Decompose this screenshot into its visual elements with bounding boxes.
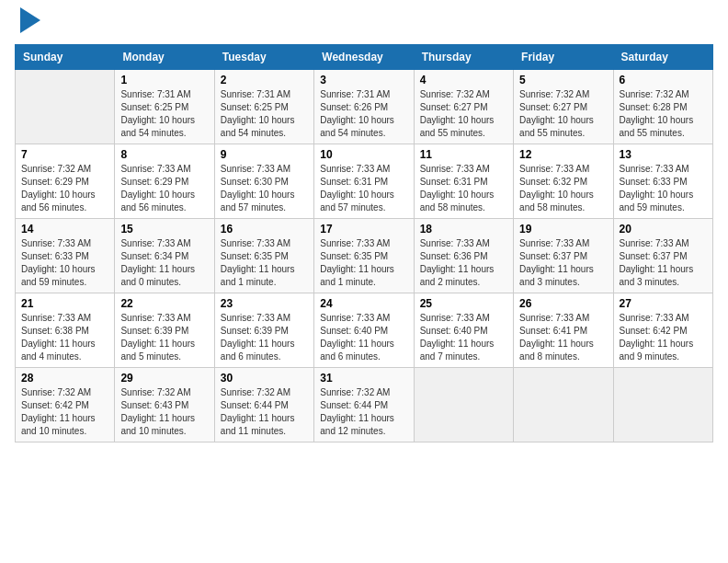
day-number: 30	[221, 372, 308, 385]
day-of-week-header: Sunday	[16, 45, 115, 70]
day-info: Sunrise: 7:33 AMSunset: 6:35 PMDaylight:…	[320, 237, 407, 289]
calendar-day-cell: 30Sunrise: 7:32 AMSunset: 6:44 PMDayligh…	[214, 368, 313, 442]
day-info: Sunrise: 7:33 AMSunset: 6:41 PMDaylight:…	[519, 312, 607, 363]
day-of-week-header: Tuesday	[214, 45, 313, 70]
day-info: Sunrise: 7:33 AMSunset: 6:42 PMDaylight:…	[620, 312, 707, 363]
calendar-day-cell: 26Sunrise: 7:33 AMSunset: 6:41 PMDayligh…	[514, 293, 613, 368]
day-info: Sunrise: 7:31 AMSunset: 6:25 PMDaylight:…	[120, 88, 208, 140]
calendar-day-cell: 27Sunrise: 7:33 AMSunset: 6:42 PMDayligh…	[613, 293, 712, 368]
day-info: Sunrise: 7:32 AMSunset: 6:29 PMDaylight:…	[21, 163, 108, 214]
day-info: Sunrise: 7:33 AMSunset: 6:33 PMDaylight:…	[620, 163, 707, 214]
day-info: Sunrise: 7:33 AMSunset: 6:35 PMDaylight:…	[221, 237, 308, 289]
calendar-day-cell: 8Sunrise: 7:33 AMSunset: 6:29 PMDaylight…	[115, 144, 214, 219]
calendar-day-cell: 18Sunrise: 7:33 AMSunset: 6:36 PMDayligh…	[414, 219, 513, 293]
day-info: Sunrise: 7:32 AMSunset: 6:28 PMDaylight:…	[620, 88, 707, 140]
day-info: Sunrise: 7:33 AMSunset: 6:40 PMDaylight:…	[320, 312, 407, 363]
day-info: Sunrise: 7:33 AMSunset: 6:37 PMDaylight:…	[519, 237, 607, 289]
day-info: Sunrise: 7:32 AMSunset: 6:44 PMDaylight:…	[221, 386, 308, 438]
day-number: 31	[320, 372, 407, 385]
day-number: 20	[620, 223, 707, 236]
day-number: 7	[21, 148, 108, 161]
day-number: 5	[519, 74, 607, 86]
day-number: 16	[221, 223, 308, 236]
calendar-day-cell: 28Sunrise: 7:32 AMSunset: 6:42 PMDayligh…	[16, 368, 115, 442]
day-number: 28	[21, 372, 108, 385]
calendar-week-row: 1Sunrise: 7:31 AMSunset: 6:25 PMDaylight…	[16, 70, 713, 144]
calendar-day-cell: 3Sunrise: 7:31 AMSunset: 6:26 PMDaylight…	[314, 70, 414, 144]
day-number: 15	[120, 223, 208, 236]
calendar-day-cell: 16Sunrise: 7:33 AMSunset: 6:35 PMDayligh…	[214, 219, 313, 293]
day-number: 12	[519, 148, 607, 161]
day-number: 11	[420, 148, 507, 161]
calendar-day-cell: 5Sunrise: 7:32 AMSunset: 6:27 PMDaylight…	[514, 70, 613, 144]
day-info: Sunrise: 7:33 AMSunset: 6:36 PMDaylight:…	[420, 237, 507, 289]
day-number: 22	[120, 297, 208, 310]
calendar-week-row: 14Sunrise: 7:33 AMSunset: 6:33 PMDayligh…	[16, 219, 713, 293]
calendar-day-cell: 22Sunrise: 7:33 AMSunset: 6:39 PMDayligh…	[115, 293, 214, 368]
calendar-day-cell: 6Sunrise: 7:32 AMSunset: 6:28 PMDaylight…	[613, 70, 712, 144]
day-of-week-header: Wednesday	[314, 45, 414, 70]
calendar-day-cell: 29Sunrise: 7:32 AMSunset: 6:43 PMDayligh…	[115, 368, 214, 442]
day-info: Sunrise: 7:33 AMSunset: 6:39 PMDaylight:…	[221, 312, 308, 363]
day-number: 10	[320, 148, 407, 161]
day-info: Sunrise: 7:32 AMSunset: 6:44 PMDaylight:…	[320, 386, 407, 438]
calendar-day-cell	[613, 368, 712, 442]
calendar-day-cell: 21Sunrise: 7:33 AMSunset: 6:38 PMDayligh…	[16, 293, 115, 368]
day-info: Sunrise: 7:33 AMSunset: 6:38 PMDaylight:…	[21, 312, 108, 363]
day-info: Sunrise: 7:33 AMSunset: 6:30 PMDaylight:…	[221, 163, 308, 214]
calendar-day-cell: 2Sunrise: 7:31 AMSunset: 6:25 PMDaylight…	[214, 70, 313, 144]
calendar-day-cell: 9Sunrise: 7:33 AMSunset: 6:30 PMDaylight…	[214, 144, 313, 219]
calendar-day-cell: 13Sunrise: 7:33 AMSunset: 6:33 PMDayligh…	[613, 144, 712, 219]
calendar-day-cell: 19Sunrise: 7:33 AMSunset: 6:37 PMDayligh…	[514, 219, 613, 293]
day-number: 25	[420, 297, 507, 310]
calendar-day-cell: 23Sunrise: 7:33 AMSunset: 6:39 PMDayligh…	[214, 293, 313, 368]
day-number: 29	[120, 372, 208, 385]
day-number: 8	[120, 148, 208, 161]
calendar-week-row: 21Sunrise: 7:33 AMSunset: 6:38 PMDayligh…	[16, 293, 713, 368]
day-number: 6	[620, 74, 707, 86]
calendar-day-cell: 4Sunrise: 7:32 AMSunset: 6:27 PMDaylight…	[414, 70, 513, 144]
logo	[15, 15, 40, 33]
day-number: 9	[221, 148, 308, 161]
day-number: 17	[320, 223, 407, 236]
calendar-day-cell: 15Sunrise: 7:33 AMSunset: 6:34 PMDayligh…	[115, 219, 214, 293]
day-info: Sunrise: 7:33 AMSunset: 6:37 PMDaylight:…	[620, 237, 707, 289]
day-info: Sunrise: 7:31 AMSunset: 6:25 PMDaylight:…	[221, 88, 308, 140]
day-info: Sunrise: 7:33 AMSunset: 6:32 PMDaylight:…	[519, 163, 607, 214]
day-info: Sunrise: 7:32 AMSunset: 6:43 PMDaylight:…	[120, 386, 208, 438]
day-number: 18	[420, 223, 507, 236]
calendar-day-cell: 24Sunrise: 7:33 AMSunset: 6:40 PMDayligh…	[314, 293, 414, 368]
calendar-week-row: 28Sunrise: 7:32 AMSunset: 6:42 PMDayligh…	[16, 368, 713, 442]
day-number: 24	[320, 297, 407, 310]
calendar-day-cell: 1Sunrise: 7:31 AMSunset: 6:25 PMDaylight…	[115, 70, 214, 144]
day-number: 19	[519, 223, 607, 236]
day-number: 4	[420, 74, 507, 86]
page-header	[15, 15, 713, 33]
calendar-table: SundayMondayTuesdayWednesdayThursdayFrid…	[15, 44, 713, 442]
calendar-day-cell: 12Sunrise: 7:33 AMSunset: 6:32 PMDayligh…	[514, 144, 613, 219]
calendar-day-cell	[514, 368, 613, 442]
day-info: Sunrise: 7:31 AMSunset: 6:26 PMDaylight:…	[320, 88, 407, 140]
calendar-day-cell: 20Sunrise: 7:33 AMSunset: 6:37 PMDayligh…	[613, 219, 712, 293]
calendar-day-cell	[414, 368, 513, 442]
calendar-day-cell: 7Sunrise: 7:32 AMSunset: 6:29 PMDaylight…	[16, 144, 115, 219]
day-info: Sunrise: 7:32 AMSunset: 6:27 PMDaylight:…	[420, 88, 507, 140]
day-number: 23	[221, 297, 308, 310]
day-number: 1	[120, 74, 208, 86]
day-info: Sunrise: 7:33 AMSunset: 6:34 PMDaylight:…	[120, 237, 208, 289]
day-number: 2	[221, 74, 308, 86]
day-of-week-header: Thursday	[414, 45, 513, 70]
day-number: 13	[620, 148, 707, 161]
day-info: Sunrise: 7:33 AMSunset: 6:31 PMDaylight:…	[320, 163, 407, 214]
calendar-day-cell: 31Sunrise: 7:32 AMSunset: 6:44 PMDayligh…	[314, 368, 414, 442]
calendar-day-cell: 14Sunrise: 7:33 AMSunset: 6:33 PMDayligh…	[16, 219, 115, 293]
calendar-week-row: 7Sunrise: 7:32 AMSunset: 6:29 PMDaylight…	[16, 144, 713, 219]
day-number: 14	[21, 223, 108, 236]
calendar-day-cell: 25Sunrise: 7:33 AMSunset: 6:40 PMDayligh…	[414, 293, 513, 368]
calendar-day-cell: 17Sunrise: 7:33 AMSunset: 6:35 PMDayligh…	[314, 219, 414, 293]
day-number: 26	[519, 297, 607, 310]
day-number: 27	[620, 297, 707, 310]
day-of-week-header: Saturday	[613, 45, 712, 70]
day-info: Sunrise: 7:32 AMSunset: 6:42 PMDaylight:…	[21, 386, 108, 438]
day-of-week-header: Friday	[514, 45, 613, 70]
